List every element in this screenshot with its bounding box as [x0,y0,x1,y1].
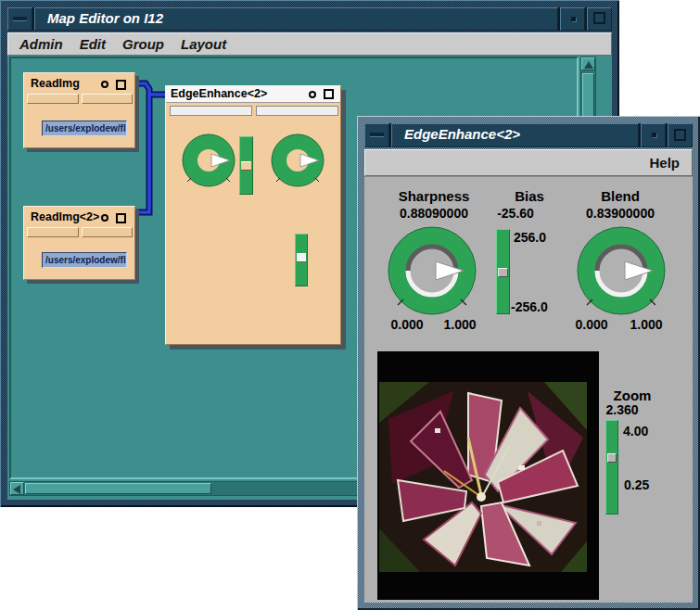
menu-help[interactable]: Help [649,155,680,171]
minimize-button[interactable] [560,7,585,31]
minimize-icon [652,133,656,137]
slider-thumb[interactable] [241,161,251,171]
bias-slider[interactable] [496,229,510,314]
module-header[interactable]: EdgeEnhance<2> [166,86,340,103]
zoom-min-label: 0.25 [624,477,667,492]
module-button-bar[interactable] [27,227,79,237]
module-button-bar[interactable] [27,94,79,104]
module-button-bar[interactable] [256,106,338,116]
bias-value: -25.60 [487,206,544,221]
edgeenhance-title: EdgeEnhance<2> [391,123,639,147]
blend-min-label: 0.000 [567,317,616,332]
up-arrow-icon [584,61,593,69]
module-button-bar[interactable] [82,227,133,237]
menu-admin[interactable]: Admin [19,36,63,52]
horizontal-scroll-thumb[interactable] [25,483,211,494]
zoom-slider-thumb[interactable] [607,453,617,463]
scroll-up-button[interactable] [581,57,595,70]
sharpness-value: 0.88090000 [378,206,490,221]
sharpness-label: Sharpness [378,189,490,204]
slider-thumb[interactable] [297,253,306,262]
menu-edit[interactable]: Edit [80,36,106,52]
minimize-button[interactable] [641,123,666,147]
menu-layout[interactable]: Layout [181,36,226,52]
module-maximize-icon[interactable] [116,213,126,223]
edgeenhance-window: EdgeEnhance<2> Help Sharpness 0.88090000 [357,116,700,610]
scroll-left-button[interactable] [10,482,24,495]
zoom-slider[interactable] [605,420,618,515]
blend-value: 0.83900000 [565,206,676,221]
maximize-button[interactable] [668,123,693,147]
bias-label: Bias [502,189,557,204]
module-title: ReadImg [31,77,80,91]
image-preview-panel[interactable] [377,351,599,600]
module-readimg2[interactable]: ReadImg<2> /users/explodew/fl [23,206,135,280]
module-maximize-icon[interactable] [324,89,334,99]
blend-dial[interactable] [575,224,668,317]
blend-max-label: 1.000 [622,317,670,332]
sharpness-dial[interactable] [386,224,478,317]
module-edgeenhance[interactable]: EdgeEnhance<2> [165,85,341,345]
edgeenhance-menubar: Help [364,149,693,176]
window-menu-icon [370,133,384,137]
window-menu-button[interactable] [364,123,389,147]
bias-max-label: 256.0 [514,230,569,245]
filename-text: /users/explodew/fl [45,255,126,265]
module-button-bar[interactable] [82,94,133,104]
maximize-icon [674,129,686,141]
desktop: Map Editor on I12 Admin Edit Group Layou… [0,0,700,610]
sharpness-min-label: 0.000 [383,317,431,332]
maximize-button[interactable] [587,7,612,31]
bias-slider-thumb[interactable] [498,268,508,277]
zoom-value: 2.360 [594,402,650,417]
zoom-label: Zoom [605,388,660,403]
maximize-icon [593,12,605,24]
zoom-mini-slider[interactable] [295,234,308,286]
filename-field[interactable]: /users/explodew/fl [42,252,127,268]
filename-field[interactable]: /users/explodew/fl [42,121,127,136]
left-arrow-icon [13,485,20,494]
window-menu-button[interactable] [7,7,32,31]
edgeenhance-titlebar[interactable]: EdgeEnhance<2> [364,123,693,147]
blend-mini-dial[interactable] [270,133,326,189]
module-led-icon[interactable] [101,214,108,222]
module-maximize-icon[interactable] [116,80,126,90]
blend-label: Blend [565,189,676,204]
module-title: EdgeEnhance<2> [171,87,267,101]
module-readimg[interactable]: ReadImg /users/explodew/fl [23,72,135,148]
menu-group[interactable]: Group [122,36,164,52]
module-led-icon[interactable] [309,91,316,98]
bias-min-label: -256.0 [511,299,570,314]
sharpness-mini-dial[interactable] [181,133,237,189]
bias-mini-slider[interactable] [239,136,253,195]
map-editor-menubar: Admin Edit Group Layout [7,32,612,56]
filename-text: /users/explodew/fl [45,123,126,133]
edgeenhance-panel: Sharpness 0.88090000 0.000 1.000 Bias -2… [364,176,693,603]
module-button-bar[interactable] [170,106,252,116]
module-title: ReadImg<2> [31,210,99,224]
minimize-icon [571,17,576,21]
edge-enhanced-flower-image [379,382,587,572]
module-led-icon[interactable] [101,81,108,88]
zoom-max-label: 4.00 [623,424,666,438]
map-editor-titlebar[interactable]: Map Editor on I12 [7,7,612,31]
sharpness-max-label: 1.000 [436,317,484,332]
window-menu-icon [13,17,27,21]
map-editor-title: Map Editor on I12 [34,7,558,31]
